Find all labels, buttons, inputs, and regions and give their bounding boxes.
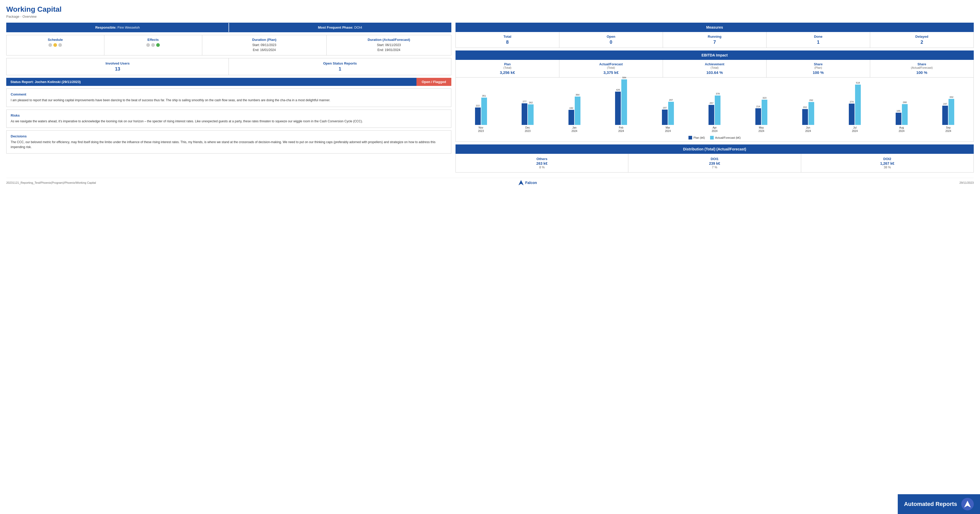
comment-heading: Comment — [11, 92, 447, 96]
risks-heading: Risks — [11, 113, 447, 118]
ebitda-cell-0: Plan(Total)3,256 k€ — [456, 60, 559, 77]
bars-area: 222 351 Nov2023 277 262 Dec2023 192 — [458, 82, 971, 134]
dot-2 — [53, 43, 57, 47]
bar-month-10: Sep2024 — [945, 126, 951, 133]
bars-pair-6: 214 323 — [756, 97, 767, 125]
risks-section: Risks As we navigate the waters ahead, i… — [6, 110, 451, 128]
bar-actual-4 — [668, 102, 674, 125]
open-status-cell: Open Status Reports 1 — [229, 58, 451, 75]
bar-actual-0 — [481, 98, 487, 125]
bar-actual-3 — [621, 80, 627, 125]
footer-path: 20231121_Reporting_Test/Phoenix(Program)… — [6, 181, 96, 184]
status-report-label: Status Report: Jochen Kolinski (29/11/20… — [6, 78, 417, 86]
bar-plan-3 — [615, 92, 621, 125]
ebitda-cell-2: Achievement(Total)103.64 % — [663, 60, 767, 77]
bar-month-0: Nov2023 — [478, 126, 484, 133]
ebitda-metrics: Plan(Total)3,256 k€Actual/Forecast(Total… — [455, 60, 974, 78]
ebitda-cell-3: Share(Plan)100 % — [767, 60, 870, 77]
legend-plan-label: Plan (k€) — [694, 136, 705, 139]
chart-container: 222 351 Nov2023 277 262 Dec2023 192 — [455, 78, 974, 142]
bar-month-9: Aug2024 — [899, 126, 905, 133]
bar-group-5: 257 378 Apr2024 — [692, 92, 737, 133]
bar-group-0: 222 351 Nov2023 — [458, 94, 504, 133]
bar-plan-4 — [662, 110, 668, 125]
bar-actual-8 — [855, 84, 861, 125]
bar-plan-0 — [475, 108, 481, 125]
ebitda-cell-4: Share(Actual/Forecast)100 % — [870, 60, 974, 77]
effects-cell: Effects — [104, 35, 202, 55]
bar-actual-6 — [762, 100, 767, 125]
bar-actual-1 — [528, 104, 534, 125]
bars-pair-7: 202 292 — [802, 99, 814, 125]
bar-group-8: 274 518 Jul2024 — [832, 81, 877, 133]
page-subtitle: Package - Overview — [6, 14, 974, 19]
falcon-icon — [519, 180, 524, 185]
measures-cell-1: Open0 — [559, 32, 663, 48]
distribution-row: Others263 k€8 %DOI1239 k€7 %DOI21,267 k€… — [455, 154, 974, 173]
comment-section: Comment I am pleased to report that our … — [6, 89, 451, 107]
legend-plan: Plan (k€) — [689, 136, 705, 140]
measures-cell-3: Done1 — [767, 32, 870, 48]
bar-actual-7 — [808, 102, 814, 125]
bar-actual-5 — [715, 95, 721, 125]
bar-month-3: Feb2024 — [618, 126, 624, 133]
bar-month-7: Jun2024 — [805, 126, 811, 133]
measures-cell-2: Running7 — [663, 32, 767, 48]
measures-header: Measures — [455, 23, 974, 32]
users-status-row: Involved Users 13 Open Status Reports 1 — [6, 58, 451, 75]
dist-cell-0: Others263 k€8 % — [456, 154, 628, 172]
measures-cell-0: Total8 — [456, 32, 559, 48]
bars-pair-1: 277 262 — [522, 100, 534, 125]
bar-group-2: 192 364 Jan2024 — [552, 94, 597, 133]
bars-pair-10: 247 332 — [942, 96, 954, 125]
bar-plan-8 — [849, 103, 854, 125]
footer-logo-text: Falcon — [525, 181, 537, 185]
bar-plan-9 — [896, 113, 901, 125]
legend-actual-swatch — [710, 136, 714, 140]
ebitda-header: EBITDA Impact — [455, 51, 974, 60]
dot-e3 — [156, 43, 160, 47]
bar-month-5: Apr2024 — [712, 126, 718, 133]
schedule-effects-row: Schedule Effects Duration (Plan) St — [6, 35, 451, 56]
bar-plan-7 — [802, 109, 808, 125]
comment-text: I am pleased to report that our working … — [11, 98, 447, 103]
footer-date: 29/11/2023 — [959, 181, 974, 184]
bars-pair-4: 197 297 — [662, 99, 674, 125]
bars-pair-3: 426 584 — [615, 76, 627, 125]
bars-pair-2: 192 364 — [568, 94, 581, 125]
decisions-heading: Decisions — [11, 134, 447, 138]
bar-month-2: Jan2024 — [571, 126, 578, 133]
header-bar: Responsible: Finn Wesseloh Most Frequent… — [6, 23, 451, 32]
bar-group-9: 155 268 Aug2024 — [879, 101, 924, 133]
risks-text: As we navigate the waters ahead, it's im… — [11, 119, 447, 124]
decisions-text: The CCC, our beloved metric for efficien… — [11, 140, 447, 150]
bar-group-7: 202 292 Jun2024 — [786, 99, 831, 133]
legend-actual: Actual/Forecast (k€) — [710, 136, 741, 140]
bar-month-6: May2024 — [759, 126, 764, 133]
page-title: Working Capital — [6, 5, 974, 14]
footer: 20231121_Reporting_Test/Phoenix(Program)… — [6, 178, 974, 185]
bar-group-3: 426 584 Feb2024 — [599, 76, 644, 133]
effects-dots — [108, 43, 198, 47]
responsible-field: Responsible: Finn Wesseloh — [6, 23, 229, 32]
dist-cell-2: DOI21,267 k€38 % — [801, 154, 974, 172]
bar-plan-10 — [942, 106, 948, 125]
falcon-logo: Falcon — [519, 180, 537, 185]
distribution-header: Distribution (Total) (Actual/Forecast) — [455, 145, 974, 154]
status-report-badge: Open / Flagged — [417, 78, 451, 86]
chart-legend: Plan (k€) Actual/Forecast (k€) — [458, 136, 971, 140]
dot-1 — [48, 43, 52, 47]
measures-cell-4: Delayed2 — [870, 32, 974, 48]
dot-3 — [58, 43, 62, 47]
measures-panel: Measures Total8Open0Running7Done1Delayed… — [455, 23, 974, 48]
dist-cell-1: DOI1239 k€7 % — [628, 154, 801, 172]
measures-row: Total8Open0Running7Done1Delayed2 — [455, 32, 974, 48]
legend-actual-label: Actual/Forecast (k€) — [715, 136, 741, 139]
bars-pair-9: 155 268 — [896, 101, 908, 125]
schedule-dots — [11, 43, 100, 47]
duration-actual-dates: Start: 06/11/2023 End: 19/01/2024 — [331, 43, 447, 53]
bar-actual-9 — [902, 104, 908, 125]
bar-plan-2 — [568, 110, 574, 125]
legend-plan-swatch — [689, 136, 692, 140]
schedule-cell: Schedule — [6, 35, 104, 55]
